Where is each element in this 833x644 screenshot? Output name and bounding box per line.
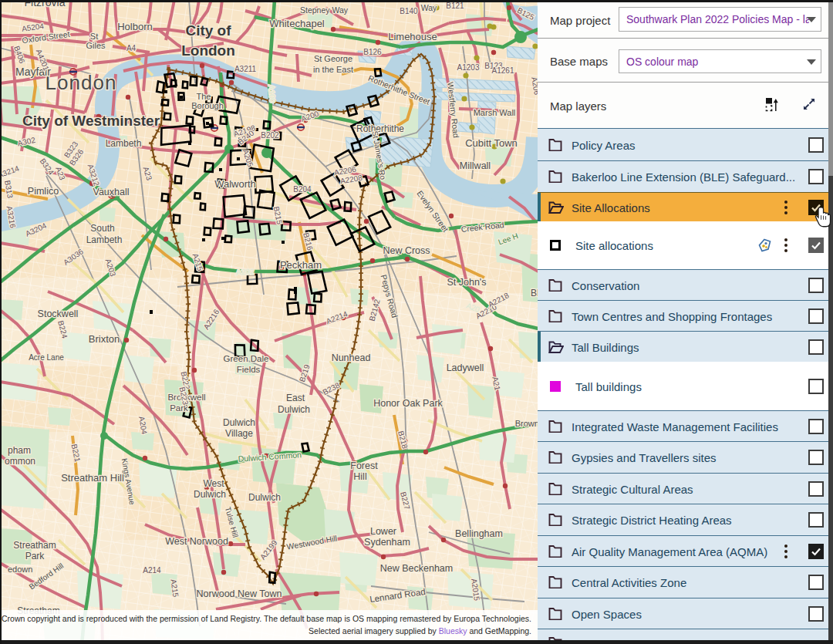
svg-text:Park: Park: [170, 403, 188, 413]
svg-text:Streatham: Streatham: [13, 540, 56, 551]
svg-text:Bellingham: Bellingham: [455, 528, 503, 539]
svg-text:Walworth: Walworth: [214, 178, 256, 190]
svg-text:A1261: A1261: [492, 66, 514, 75]
svg-text:B202: B202: [261, 131, 279, 140]
svg-text:Acre Lane: Acre Lane: [29, 353, 64, 362]
svg-text:Peckham: Peckham: [280, 259, 322, 271]
svg-text:Ladywell: Ladywell: [447, 362, 484, 373]
svg-text:Crown copyright and is reprodu: Crown copyright and is reproduced with t…: [2, 614, 531, 623]
svg-text:Nunhead: Nunhead: [332, 352, 371, 363]
svg-text:East: East: [286, 393, 305, 403]
svg-text:B126: B126: [363, 48, 382, 56]
svg-text:St: St: [90, 32, 98, 41]
svg-text:Norwood New Town: Norwood New Town: [197, 588, 282, 599]
svg-text:London: London: [46, 71, 117, 94]
svg-text:edown: edown: [8, 565, 32, 574]
svg-text:Honor Oak Park: Honor Oak Park: [373, 398, 443, 409]
svg-text:A202: A202: [236, 267, 255, 276]
svg-text:Dulwich: Dulwich: [248, 492, 281, 503]
svg-text:Sydenham: Sydenham: [364, 537, 410, 548]
svg-text:New Cross: New Cross: [383, 245, 430, 256]
svg-text:Park: Park: [25, 551, 46, 561]
svg-text:Millwall: Millwall: [460, 160, 491, 171]
svg-text:Pimlico: Pimlico: [28, 186, 59, 197]
svg-text:Dulwich: Dulwich: [223, 417, 255, 428]
svg-text:Way: Way: [421, 3, 437, 12]
svg-text:Borough: Borough: [191, 101, 224, 110]
svg-text:Fields: Fields: [237, 365, 261, 374]
svg-text:Dulwich: Dulwich: [194, 489, 226, 500]
svg-text:Stepney Way: Stepney Way: [300, 5, 349, 15]
svg-text:Marsh Wall: Marsh Wall: [474, 108, 516, 117]
svg-text:Holborn: Holborn: [117, 21, 153, 32]
svg-text:Brixton: Brixton: [89, 333, 120, 345]
svg-text:Selected aerial imagery suppli: Selected aerial imagery supplied by Blue…: [309, 626, 531, 636]
svg-text:The: The: [197, 92, 211, 101]
svg-text:Village: Village: [225, 428, 253, 439]
svg-text:City of Westminster: City of Westminster: [22, 113, 160, 129]
svg-text:Green Dale: Green Dale: [224, 354, 269, 363]
svg-text:Streatham Hill: Streatham Hill: [61, 472, 124, 484]
svg-text:Lambeth: Lambeth: [86, 234, 123, 245]
svg-text:New Beckenham: New Beckenham: [380, 563, 454, 574]
svg-text:London: London: [181, 42, 235, 59]
svg-text:A3211: A3211: [234, 65, 257, 73]
svg-text:A1203: A1203: [457, 63, 480, 72]
svg-text:Hill: Hill: [353, 471, 366, 482]
svg-text:A100: A100: [267, 85, 277, 104]
svg-text:Rotherhithe: Rotherhithe: [356, 123, 404, 134]
svg-text:St John's: St John's: [447, 277, 486, 288]
svg-text:Limehouse: Limehouse: [388, 31, 437, 42]
svg-text:Lower: Lower: [370, 526, 396, 537]
svg-text:Dulwich: Dulwich: [278, 404, 310, 415]
svg-text:in the East: in the East: [313, 65, 353, 74]
svg-text:ommon: ommon: [5, 456, 35, 467]
svg-text:A214: A214: [143, 566, 161, 575]
svg-text:West Norwood: West Norwood: [165, 536, 228, 547]
svg-text:pham: pham: [8, 445, 31, 456]
svg-text:West: West: [203, 478, 224, 489]
svg-text:Lambeth: Lambeth: [106, 138, 142, 149]
svg-text:Whitechapel: Whitechapel: [269, 18, 325, 29]
svg-text:Brownhill: Brownhill: [515, 419, 538, 428]
svg-text:St George: St George: [314, 54, 352, 63]
svg-text:Cubitt Town: Cubitt Town: [465, 137, 518, 149]
svg-text:City of: City of: [185, 22, 231, 39]
svg-text:Stockwell: Stockwell: [38, 309, 79, 319]
svg-text:Vauxhall: Vauxhall: [93, 187, 129, 197]
svg-text:Giles: Giles: [86, 41, 106, 50]
svg-text:B204: B204: [293, 185, 312, 194]
svg-text:South: South: [90, 223, 114, 234]
svg-text:B140: B140: [400, 7, 418, 15]
svg-text:A4: A4: [126, 44, 137, 52]
svg-text:B121: B121: [446, 2, 464, 10]
svg-text:Forest: Forest: [350, 460, 378, 471]
